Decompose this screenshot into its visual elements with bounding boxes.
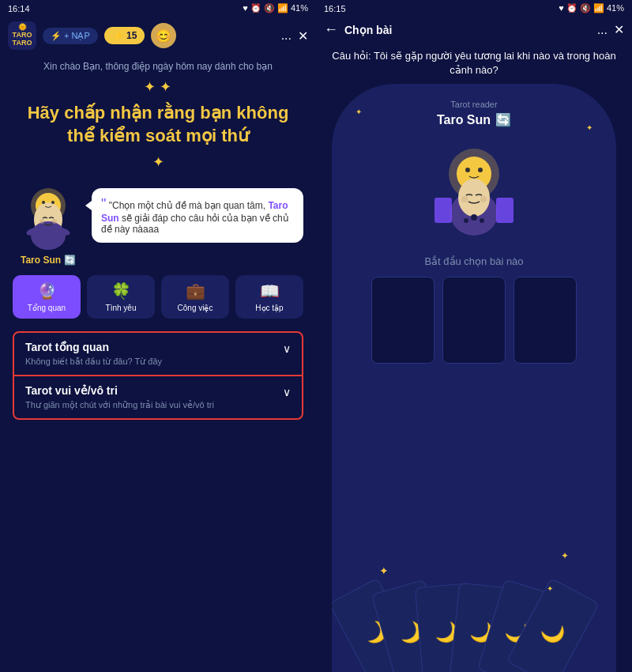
svg-point-20 [471, 214, 477, 221]
tab-icon-tinh-yeu: 🍀 [111, 281, 131, 300]
content-item-0[interactable]: Tarot tổng quan Không biết bắt đầu từ đâ… [13, 331, 303, 376]
svg-point-12 [465, 168, 470, 172]
left-panel: 16:14 ♥ ⏰ 🔇 📶 41% 🌞TAROTARO ⚡ + NẠP ⚡ 15… [0, 0, 316, 672]
svg-rect-18 [434, 198, 452, 223]
tab-tong-quan[interactable]: 🔮 Tổng quan [13, 275, 81, 319]
tab-icon-cong-viec: 💼 [186, 281, 205, 300]
gold-star-2: ✦ [561, 550, 569, 561]
speech-bubble: "Chọn một chủ đề mà bạn quan tâm, Taro S… [92, 188, 303, 243]
right-more-button[interactable]: ... [597, 23, 608, 37]
nap-button[interactable]: ⚡ + NẠP [43, 28, 98, 44]
reader-name: Taro Sun 🔄 [437, 112, 511, 127]
mascot-svg [17, 180, 80, 251]
svg-point-9 [51, 201, 55, 204]
svg-point-16 [461, 196, 468, 202]
question-text: Câu hỏi: Tôi sẽ gặp người yêu tương lai … [316, 43, 632, 84]
chevron-0: ∨ [283, 342, 291, 355]
svg-point-6 [40, 219, 44, 224]
mascot-refresh-icon[interactable]: 🔄 [64, 255, 76, 266]
deco-star-left: ✦ [356, 108, 362, 116]
logo-icon: 🌞TAROTARO [8, 21, 36, 50]
tab-tinh-yeu[interactable]: 🍀 Tình yêu [87, 275, 155, 319]
svg-point-21 [464, 218, 468, 223]
tab-icon-tong-quan: 🔮 [37, 281, 57, 300]
svg-point-22 [480, 218, 484, 223]
left-time: 16:14 [8, 4, 30, 13]
tab-hoc-tap[interactable]: 📖 Học tập [235, 275, 303, 319]
reader-label: Tarot reader [450, 100, 497, 109]
deco-star-right: ✦ [586, 123, 592, 132]
content-desc-0: Không biết bắt đầu từ đâu? Từ đây [25, 357, 162, 367]
back-button[interactable]: ← [324, 21, 338, 38]
tab-cong-viec[interactable]: 💼 Công việc [161, 275, 229, 319]
nap-label: + NẠP [64, 31, 90, 41]
right-top-nav: ← Chọn bài ... ✕ [316, 17, 632, 43]
svg-point-13 [478, 168, 483, 172]
left-status-bar: 16:14 ♥ ⏰ 🔇 📶 41% [0, 0, 316, 17]
tab-label-2: Công việc [178, 304, 213, 312]
card-slot-0[interactable] [371, 277, 434, 364]
tab-icon-hoc-tap: 📖 [260, 281, 280, 300]
stars-top: ✦ ✦ [0, 75, 316, 99]
more-button[interactable]: ... [281, 28, 292, 43]
svg-point-8 [42, 201, 45, 204]
card-slots [371, 277, 577, 364]
right-status-icons: ♥ ⏰ 🔇 📶 41% [559, 3, 624, 13]
main-title: Hãy chấp nhận rằng bạn không thể kiểm so… [0, 99, 316, 150]
content-desc-1: Thư giãn một chút với những trải bài vui… [25, 400, 214, 410]
mascot-figure: Taro Sun 🔄 [13, 180, 84, 266]
avatar[interactable]: 😊 [151, 23, 176, 48]
left-status-icons: ♥ ⏰ 🔇 📶 41% [243, 3, 308, 13]
gold-star-3: ✦ [547, 584, 553, 593]
svg-rect-19 [496, 198, 514, 223]
right-panel: 16:15 ♥ ⏰ 🔇 📶 41% ← Chọn bài ... ✕ Câu h… [316, 0, 632, 672]
content-title-0: Tarot tổng quan [25, 341, 162, 353]
start-text: Bắt đầu chọn bài nào [424, 255, 523, 267]
tab-label-0: Tổng quan [28, 304, 66, 312]
right-page-title: Chọn bài [344, 24, 591, 36]
stars-bottom: ✦ [0, 150, 316, 174]
category-tabs: 🔮 Tổng quan 🍀 Tình yêu 💼 Công việc 📖 Học… [0, 266, 316, 325]
content-title-1: Tarot vui vẻ/vô tri [25, 384, 214, 397]
gold-star-1: ✦ [379, 564, 389, 577]
logo-area: 🌞TAROTARO [8, 21, 36, 50]
reader-refresh-icon[interactable]: 🔄 [495, 112, 511, 127]
close-button[interactable]: ✕ [298, 28, 308, 43]
content-item-1[interactable]: Tarot vui vẻ/vô tri Thư giãn một chút vớ… [13, 376, 303, 420]
chevron-1: ∨ [283, 386, 291, 398]
right-close-button[interactable]: ✕ [614, 22, 624, 37]
card-slot-2[interactable] [514, 277, 577, 364]
mascot-name: Taro Sun 🔄 [21, 255, 76, 266]
svg-point-17 [480, 196, 487, 202]
coins-label: ⚡ 15 [112, 30, 137, 41]
content-list: Tarot tổng quan Không biết bắt đầu từ đâ… [0, 325, 316, 426]
right-status-bar: 16:15 ♥ ⏰ 🔇 📶 41% [316, 0, 632, 17]
coins-button[interactable]: ⚡ 15 [104, 27, 145, 44]
mascot-area: Taro Sun 🔄 "Chọn một chủ đề mà bạn quan … [0, 180, 316, 266]
arch-container: ✦ ✦ Tarot reader Taro Sun 🔄 [332, 84, 616, 672]
greeting-text: Xin chào Bạn, thông điệp ngày hôm nay dà… [0, 55, 316, 75]
svg-point-7 [52, 219, 57, 224]
card-slot-1[interactable] [442, 277, 506, 364]
left-top-nav: 🌞TAROTARO ⚡ + NẠP ⚡ 15 😊 ... ✕ [0, 17, 316, 55]
spread-cards: 🌙 🌙 🌙 🌙 🌙 🌙 [332, 561, 616, 672]
right-mascot-svg [427, 138, 521, 241]
tab-label-1: Tình yêu [106, 304, 137, 312]
right-time: 16:15 [324, 4, 346, 13]
tab-label-3: Học tập [255, 304, 283, 312]
